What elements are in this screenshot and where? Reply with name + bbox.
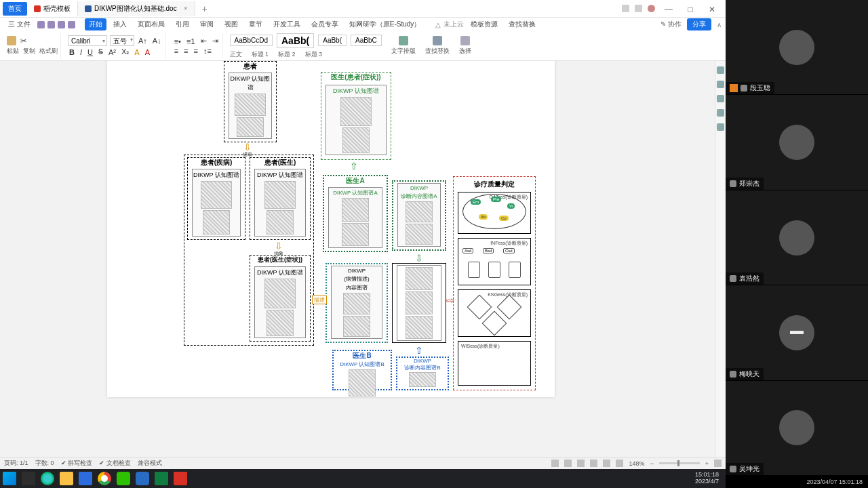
text-tools-button[interactable]: 文字排版 [389,36,418,56]
menu-find[interactable]: 查找替换 [505,18,540,30]
view-icon[interactable] [577,460,585,467]
italic-button[interactable]: I [79,48,83,56]
graph-thumb-icon [267,210,294,235]
store-icon[interactable] [79,472,92,485]
status-doccheck[interactable]: ✔ 文档检查 [99,459,131,468]
indent-icon[interactable]: ⇥ [211,37,220,45]
side-icon[interactable] [717,81,724,88]
underline-button[interactable]: U [86,48,94,56]
taskbar-search-icon[interactable] [22,472,35,485]
tab-document[interactable]: DIKWP图谱化认知基础.doc× [77,1,195,16]
wechat-icon[interactable] [117,472,130,485]
select-button[interactable]: 选择 [456,36,474,56]
save-icon[interactable] [37,21,45,28]
print-icon[interactable] [47,21,55,28]
align-left-icon[interactable]: ≡ [173,47,180,55]
subscript-button[interactable]: X₂ [120,47,130,56]
maximize-button[interactable]: □ [682,5,698,12]
find-replace-button[interactable]: 查找替换 [422,36,452,56]
line-spacing-icon[interactable]: ↕≡ [202,47,213,55]
menu-cnki[interactable]: 知网研学（原E-Study） [345,18,425,30]
superscript-button[interactable]: A² [107,48,117,56]
menu-vip[interactable]: 会员专享 [307,18,342,30]
apps-icon[interactable] [635,5,642,12]
bullets-icon[interactable]: ≡• [173,37,182,45]
menu-section[interactable]: 章节 [245,18,267,30]
view-icon[interactable] [590,460,597,467]
side-icon[interactable] [717,95,724,102]
strike-button[interactable]: S̶ [97,47,104,56]
menu-page-layout[interactable]: 页面布局 [134,18,169,30]
collapse-ribbon-icon[interactable]: ∧ [717,21,722,28]
edge-icon[interactable] [41,472,54,485]
font-color-button[interactable]: A [144,48,151,56]
style-h3[interactable]: AaBbC [351,35,382,46]
font-select[interactable]: Calibri [68,35,107,46]
paste-icon[interactable] [7,36,16,45]
arrow-up-blue-icon: ⇧ [415,346,423,355]
menu-view[interactable]: 视图 [220,18,242,30]
align-right-icon[interactable]: ≡ [193,47,199,55]
close-button[interactable]: ✕ [704,5,720,12]
font-size-select[interactable]: 五号 [110,35,134,46]
meeting-icon[interactable] [136,472,149,485]
new-tab-button[interactable]: + [195,3,214,14]
bold-button[interactable]: B [68,48,76,56]
node-diag-content-b: DIKWP 诊断内容图谱B [396,357,449,390]
fullscreen-icon[interactable] [714,460,722,467]
graph-thumb-icon [349,369,376,396]
cut-icon[interactable]: ✂ [19,37,28,45]
document-area[interactable]: 患者 DIKWP 认知图谱 ⇩提取 患者(疾病) DIKWP 认知图谱 [0,61,726,457]
diamond-icon [482,311,507,336]
participant-cell[interactable]: 郑崇杰 [726,95,868,190]
status-spell[interactable]: ✔ 拼写检查 [61,459,93,468]
tab-template[interactable]: 稻壳模板 [27,1,77,16]
numbers-icon[interactable]: ≡1 [185,37,197,45]
menu-template-res[interactable]: 模板资源 [467,18,502,30]
explorer-icon[interactable] [60,472,73,485]
file-menu[interactable]: 三 文件 [4,18,35,30]
menu-start[interactable]: 开始 [85,18,106,30]
start-button[interactable] [3,472,16,485]
outdent-icon[interactable]: ⇤ [199,37,208,45]
participant-cell[interactable]: 吴坤光 [726,381,868,476]
menu-developer[interactable]: 开发工具 [269,18,304,30]
shrink-font-icon[interactable]: A↓ [151,37,163,45]
menu-review[interactable]: 审阅 [196,18,218,30]
style-normal[interactable]: AaBbCcDd [230,35,273,46]
taskbar-clock[interactable]: 15:01:18 2023/4/7 [695,472,723,485]
view-icon[interactable] [603,460,610,467]
side-icon[interactable] [717,66,724,74]
excel-icon[interactable] [155,472,168,485]
align-center-icon[interactable]: ≡ [182,47,189,55]
collab-button[interactable]: ✎ 协作 [660,20,682,29]
chrome-icon[interactable] [98,472,111,485]
participant-cell[interactable]: 袁浩然 [726,190,868,285]
zoom-slider[interactable] [659,462,700,464]
grow-font-icon[interactable]: A↑ [137,37,149,45]
style-h2[interactable]: AaBb( [318,35,347,46]
zoom-in-button[interactable]: + [705,460,709,467]
home-button[interactable]: 首页 [3,2,27,16]
highlight-button[interactable]: A [133,48,140,56]
grid-icon[interactable] [622,5,629,12]
view-icon[interactable] [551,460,559,467]
cloud-unsynced[interactable]: △ 未上云 [435,20,464,29]
share-button[interactable]: 分享 [687,18,711,30]
redo-icon[interactable] [68,21,75,28]
wps-icon[interactable] [174,472,187,485]
participant-cell[interactable]: 梅映天 [726,285,868,380]
close-icon[interactable]: × [180,5,188,12]
menu-references[interactable]: 引用 [172,18,193,30]
undo-icon[interactable] [58,21,65,28]
zoom-out-button[interactable]: − [650,460,653,467]
view-icon[interactable] [616,460,623,467]
side-icon[interactable] [717,109,724,117]
participant-cell[interactable]: 段玉聪 [726,0,868,95]
side-icon[interactable] [717,123,724,131]
minimize-button[interactable]: — [660,5,677,12]
user-avatar-icon[interactable] [648,5,655,12]
menu-insert[interactable]: 插入 [109,18,131,30]
view-icon[interactable] [564,460,572,467]
style-h1[interactable]: AaBb( [277,33,314,48]
